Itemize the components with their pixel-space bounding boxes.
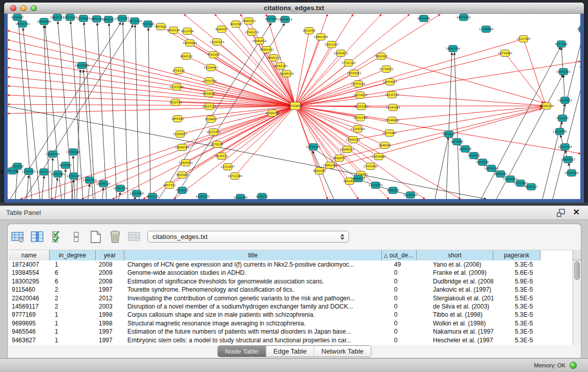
graph-edge[interactable] bbox=[295, 53, 505, 106]
graph-edge[interactable] bbox=[339, 108, 542, 158]
graph-node[interactable]: 14124552 bbox=[558, 97, 572, 104]
graph-node[interactable]: 8699471 bbox=[333, 155, 346, 162]
graph-node[interactable]: 16649619 bbox=[278, 16, 292, 23]
column-header-title[interactable]: title bbox=[124, 250, 382, 260]
table-row[interactable]: 946554611997Estimation of the future num… bbox=[9, 327, 573, 336]
graph-node[interactable]: 12160354 bbox=[558, 144, 572, 150]
graph-node[interactable]: 8245013 bbox=[525, 184, 538, 190]
graph-node[interactable]: 16842931 bbox=[556, 69, 571, 75]
window-titlebar[interactable]: citations_edges.txt bbox=[4, 3, 584, 14]
graph-edge[interactable] bbox=[217, 106, 295, 144]
cell-year[interactable]: 2009 bbox=[96, 269, 124, 277]
graph-node[interactable]: 12014576 bbox=[553, 128, 567, 135]
cell-pagerank[interactable]: 5.3E-5 bbox=[493, 260, 540, 269]
graph-node[interactable]: 12042737 bbox=[37, 169, 51, 176]
tab-edge-table[interactable]: Edge Table bbox=[266, 346, 314, 357]
graph-node[interactable]: 9546299 bbox=[379, 142, 391, 149]
graph-edge[interactable] bbox=[435, 137, 448, 199]
graph-node[interactable]: 19361931 bbox=[259, 47, 274, 53]
show-columns-icon[interactable] bbox=[30, 230, 45, 244]
column-header-short[interactable]: short bbox=[417, 250, 493, 260]
cell-in_degree[interactable]: 2 bbox=[50, 302, 96, 311]
new-column-icon[interactable] bbox=[89, 230, 103, 244]
column-header-out_degree[interactable]: △out_de... bbox=[382, 250, 417, 260]
graph-edge[interactable] bbox=[524, 39, 545, 103]
graph-node[interactable]: 9245012 bbox=[387, 187, 400, 194]
cell-name[interactable]: 18724007 bbox=[9, 260, 50, 269]
graph-node[interactable]: 9466161 bbox=[91, 16, 103, 23]
graph-edge[interactable] bbox=[27, 176, 29, 199]
graph-edge[interactable] bbox=[174, 106, 295, 199]
collapse-panel-icon[interactable] bbox=[1, 170, 3, 174]
cell-title[interactable]: Tourette syndrome. Phenomenology and cla… bbox=[124, 286, 382, 294]
graph-node[interactable]: 15276021 bbox=[76, 15, 91, 22]
graph-edge[interactable] bbox=[381, 56, 543, 103]
tab-network-table[interactable]: Network Table bbox=[314, 346, 371, 357]
graph-edge[interactable] bbox=[446, 53, 452, 199]
cell-name[interactable]: 19384554 bbox=[9, 269, 50, 277]
graph-node[interactable]: 15166827 bbox=[173, 131, 187, 138]
graph-edge[interactable] bbox=[109, 24, 117, 199]
graph-edge[interactable] bbox=[8, 106, 295, 114]
graph-node[interactable]: 20891406 bbox=[37, 18, 51, 25]
graph-node[interactable]: 10220425 bbox=[233, 194, 248, 200]
cell-short[interactable]: Dudbridge et al. (2008) bbox=[417, 277, 493, 286]
graph-edge[interactable] bbox=[8, 95, 295, 106]
cell-pagerank[interactable]: 5.9E-5 bbox=[493, 277, 540, 286]
graph-node[interactable]: 15841212 bbox=[267, 55, 281, 61]
cell-short[interactable]: Wolkin et al. (1998) bbox=[417, 319, 493, 327]
cell-in_degree[interactable]: 1 bbox=[50, 311, 96, 319]
graph-node[interactable]: 8471676 bbox=[476, 159, 489, 166]
graph-node[interactable]: 8134711 bbox=[215, 153, 228, 160]
cell-in_degree[interactable]: 6 bbox=[50, 269, 96, 277]
graph-node[interactable]: 2718120 bbox=[172, 68, 185, 74]
table-row[interactable]: 1938455462009Genome-wide association stu… bbox=[9, 269, 573, 277]
graph-node[interactable]: 8533754 bbox=[303, 28, 316, 34]
cell-name[interactable]: 22420046 bbox=[9, 294, 50, 302]
graph-node[interactable]: 9146232 bbox=[256, 193, 269, 200]
cell-pagerank[interactable]: 5.3E-5 bbox=[493, 327, 540, 336]
cell-short[interactable]: Stergiakouli et al. (2012) bbox=[417, 294, 493, 302]
table-row[interactable]: 946362711997Embryonic stem cells: a mode… bbox=[9, 336, 573, 344]
graph-node[interactable]: 11548408 bbox=[479, 26, 493, 33]
graph-node[interactable]: 11547689 bbox=[386, 104, 400, 111]
graph-node[interactable]: 16151472 bbox=[206, 129, 221, 136]
graph-node[interactable]: 11451901 bbox=[51, 171, 65, 178]
graph-edge[interactable] bbox=[148, 28, 150, 199]
table-row[interactable]: 969969511998Structural magnetic resonanc… bbox=[9, 319, 573, 327]
cell-in_degree[interactable]: 2 bbox=[50, 294, 96, 302]
cell-short[interactable]: Franke et al. (2009) bbox=[417, 269, 493, 277]
column-header-pagerank[interactable]: pagerank bbox=[493, 250, 540, 260]
cell-out_degree[interactable]: 0 bbox=[382, 336, 417, 344]
graph-node[interactable]: 11568821 bbox=[21, 168, 36, 175]
graph-node[interactable]: 18724007 bbox=[288, 102, 302, 110]
graph-node[interactable]: 9513641 bbox=[577, 26, 580, 33]
column-header-year[interactable]: year bbox=[96, 250, 124, 260]
graph-node[interactable]: 15409991 bbox=[179, 160, 193, 166]
graph-node[interactable]: 16354211 bbox=[195, 193, 210, 200]
cell-short[interactable]: de Silva et al. (2003) bbox=[417, 302, 493, 311]
cell-name[interactable]: 18300295 bbox=[9, 277, 50, 286]
cell-out_degree[interactable]: 0 bbox=[382, 311, 417, 319]
graph-node[interactable]: 9857791 bbox=[163, 182, 176, 189]
graph-node[interactable]: 16782759 bbox=[113, 185, 127, 192]
graph-node[interactable]: 10711044 bbox=[228, 173, 242, 180]
cell-title[interactable]: Disruption of a novel member of a sodium… bbox=[124, 302, 382, 311]
cell-year[interactable]: 2008 bbox=[96, 277, 124, 286]
cell-year[interactable]: 1997 bbox=[96, 286, 124, 294]
graph-edge[interactable] bbox=[213, 55, 295, 106]
graph-node[interactable]: 20876822 bbox=[456, 14, 471, 21]
graph-node[interactable]: 6479197 bbox=[443, 131, 455, 138]
cell-year[interactable]: 2012 bbox=[96, 294, 124, 302]
graph-node[interactable]: 9660124 bbox=[167, 27, 180, 34]
graph-node[interactable]: 14575403 bbox=[382, 130, 397, 137]
cell-short[interactable]: Jankovic et al. (1997) bbox=[417, 286, 493, 294]
graph-node[interactable]: 16231542 bbox=[353, 115, 367, 121]
graph-node[interactable]: 10687533 bbox=[561, 157, 575, 163]
graph-node[interactable]: 16074873 bbox=[353, 92, 367, 99]
cell-year[interactable]: 1998 bbox=[96, 311, 124, 319]
graph-edge[interactable] bbox=[213, 106, 295, 132]
cell-short[interactable]: Nakamura et al. (1997) bbox=[417, 327, 493, 336]
select-all-icon[interactable] bbox=[50, 230, 64, 244]
graph-node[interactable]: 6466163 bbox=[102, 16, 115, 23]
